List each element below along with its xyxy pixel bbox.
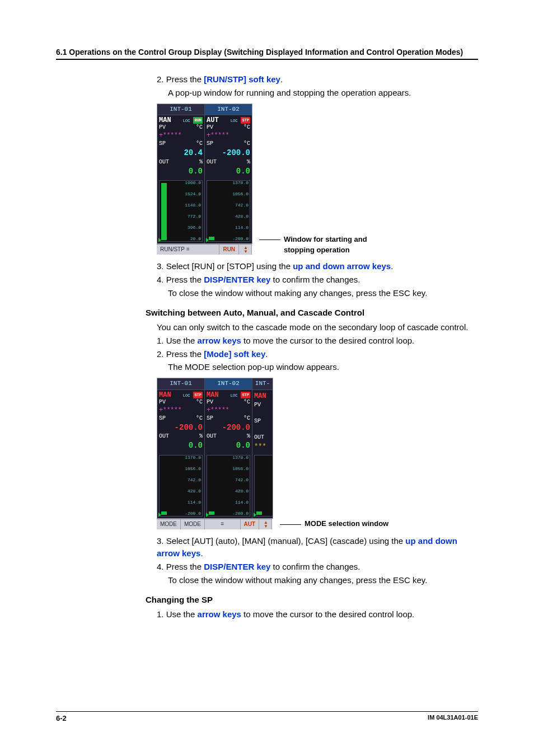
switch-step-1: 1. Use the arrow keys to move the cursor…	[157, 335, 478, 347]
p1-sp-unit: °C	[196, 140, 203, 147]
page-number: 6-2	[56, 714, 67, 722]
panel2-int01: INT-01 MAN LOC STP PV°C +***** SP°C -200…	[157, 378, 204, 518]
panel-int02: INT-02 AUT LOC STP PV°C +***** SP°C -200…	[204, 104, 252, 244]
page-footer: 6-2 IM 04L31A01-01E	[56, 711, 478, 722]
mode-panels: INT-01 MAN LOC STP PV°C +***** SP°C -200…	[157, 378, 273, 519]
triangle-marker-icon	[158, 513, 161, 517]
switch-step-2: 2. Press the [Mode] soft key.	[157, 348, 478, 360]
doc-id: IM 04L31A01-01E	[428, 714, 478, 722]
p2-sp-val: -200.0	[207, 147, 250, 158]
runstp-caption-l2: stopping operation	[284, 245, 367, 256]
stp-badge: STP	[241, 392, 250, 398]
stp-badge: STP	[193, 392, 203, 398]
step-4-note: To close the window without making any c…	[168, 287, 478, 299]
step-2-post: .	[280, 74, 283, 84]
triangle-marker-icon	[158, 238, 161, 242]
runstp-caption-l1: Window for starting and	[259, 234, 367, 245]
step-2: 2. Press the [RUN/STP] soft key.	[157, 73, 478, 86]
mode-softkey-ref: [Mode] soft key	[204, 349, 265, 359]
disp-enter-ref-2: DISP/ENTER key	[204, 562, 270, 571]
panel2-int03-partial: INT- MAN PV SP OUT ***	[252, 378, 273, 518]
p1-loc: LOC	[183, 119, 190, 123]
updown-icon[interactable]: ▲▼	[259, 519, 272, 529]
section-header: 6.1 Operations on the Control Group Disp…	[56, 48, 478, 60]
p1-sp-lbl: SP	[159, 140, 166, 147]
p1-out-val: 0.0	[159, 166, 203, 177]
runstp-softkey-ref: [RUN/STP] soft key	[204, 74, 280, 84]
step-3: 3. Select [RUN] or [STOP] using the up a…	[157, 260, 478, 273]
step-4: 4. Press the DISP/ENTER key to confirm t…	[157, 274, 478, 286]
p2-sp-lbl: SP	[207, 140, 213, 147]
p1-out-unit: %	[199, 159, 203, 166]
mode-window-figure: INT-01 MAN LOC STP PV°C +***** SP°C -200…	[157, 378, 478, 529]
updown-icon[interactable]: ▲▼	[239, 245, 252, 255]
step-2-num: 2.	[157, 74, 164, 84]
runstp-softkey-bar: RUN/STP = RUN ▲▼	[157, 244, 252, 255]
p1-pv-unit: °C	[196, 124, 203, 131]
p1-bargraph: 1900.0 1524.0 1148.0 772.0 396.0 20.0	[159, 180, 203, 242]
triangle-marker-icon	[254, 513, 256, 517]
mode-softkey-bar: MODE MODE = AUT ▲▼	[157, 519, 272, 529]
runstp-value[interactable]: RUN	[219, 245, 239, 255]
mode-caption: MODE selection window	[280, 519, 388, 529]
p2-pv-val: +*****	[207, 131, 250, 140]
arrow-keys-ref-4: arrow keys	[198, 609, 241, 619]
mode-softkey-2[interactable]: MODE	[181, 519, 205, 529]
arrow-keys-ref: up and down arrow keys	[293, 261, 391, 271]
tab-int01[interactable]: INT-01	[157, 104, 204, 116]
changing-sp-heading: Changing the SP	[146, 594, 478, 606]
tab2-int03[interactable]: INT-	[252, 378, 273, 390]
p1-out-lbl: OUT	[159, 159, 169, 166]
p2-pv-unit: °C	[243, 124, 250, 131]
switch-step-2-desc: The MODE selection pop-up window appears…	[168, 361, 478, 373]
tab-int02[interactable]: INT-02	[205, 104, 252, 116]
triangle-marker-icon	[206, 238, 209, 242]
tab2-int02[interactable]: INT-02	[205, 378, 252, 390]
arrow-keys-ref-2: arrow keys	[198, 336, 241, 345]
p2-mode: AUT	[207, 117, 219, 124]
triangle-marker-icon	[206, 513, 209, 517]
p2-out-unit: %	[247, 159, 250, 166]
p2-stp-badge: STP	[241, 117, 250, 124]
p1-pv-val: +*****	[159, 131, 203, 140]
mode-value[interactable]: AUT	[241, 519, 260, 529]
p2-out-lbl: OUT	[207, 159, 217, 166]
p1-pv-lbl: PV	[159, 124, 166, 131]
changing-step-1: 1. Use the arrow keys to move the cursor…	[157, 608, 478, 621]
p2b-bargraph: 1370.0 1056.0 742.0 428.0 114.0 -200.0	[207, 455, 250, 516]
panel2-int02: INT-02 MAN LOC STP PV°C +***** SP°C -200…	[204, 378, 252, 518]
disp-enter-ref: DISP/ENTER key	[204, 275, 270, 284]
p2c-bargraph	[254, 455, 273, 516]
step-2-desc: A pop-up window for running and stopping…	[168, 87, 478, 99]
p1-mode: MAN	[159, 117, 171, 124]
runstp-window-figure: INT-01 MAN LOC RUN PV°C +***** SP°C 20.4…	[157, 104, 478, 255]
step-2-pre: Press the	[166, 74, 204, 84]
switch-step-3: 3. Select [AUT] (auto), [MAN] (manual), …	[157, 535, 478, 560]
switch-step-4-note: To close the window without making any c…	[168, 574, 478, 586]
p2-bargraph: 1370.0 1056.0 742.0 428.0 114.0 -200.0	[207, 180, 250, 242]
p1-sp-val: 20.4	[159, 147, 203, 158]
runstp-softkey[interactable]: RUN/STP =	[157, 245, 219, 255]
p2-loc: LOC	[231, 119, 238, 123]
switching-note: You can only switch to the cascade mode …	[157, 321, 478, 334]
runstp-panels: INT-01 MAN LOC RUN PV°C +***** SP°C 20.4…	[157, 104, 252, 245]
panel-int01: INT-01 MAN LOC RUN PV°C +***** SP°C 20.4…	[157, 104, 204, 244]
switch-step-4: 4. Press the DISP/ENTER key to confirm t…	[157, 561, 478, 573]
p2-out-val: 0.0	[207, 166, 250, 177]
tab2-int01[interactable]: INT-01	[157, 378, 204, 390]
mode-softkey-1[interactable]: MODE	[157, 519, 181, 529]
p2-sp-unit: °C	[243, 140, 250, 147]
mode-eq: =	[205, 519, 241, 529]
switching-heading: Switching between Auto, Manual, and Casc…	[146, 307, 478, 319]
p2-pv-lbl: PV	[207, 124, 213, 131]
p2a-bargraph: 1370.0 1056.0 742.0 428.0 114.0 -200.0	[159, 455, 203, 516]
p1-run-badge: RUN	[193, 117, 203, 124]
